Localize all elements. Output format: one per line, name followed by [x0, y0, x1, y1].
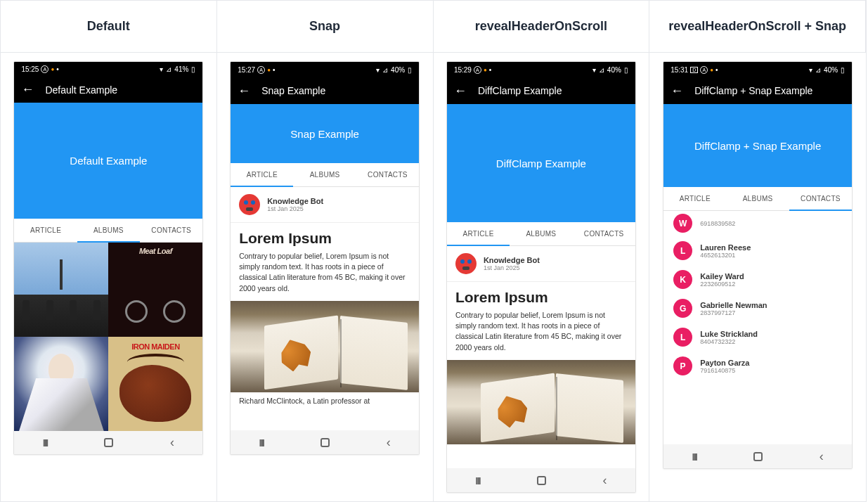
- column-title: Default: [87, 18, 130, 34]
- author-row: Knowledge Bot 1st Jan 2025: [447, 246, 635, 282]
- status-bar: 15:31 D A ● • ▾ ⊿ 40% ▯: [663, 62, 852, 77]
- contact-row[interactable]: W6918839582: [663, 214, 852, 236]
- status-pill-icon: A: [474, 66, 481, 74]
- article-title: Lorem Ipsum: [447, 282, 635, 310]
- status-dot-icon: ●: [267, 67, 271, 73]
- nav-back-icon[interactable]: ‹: [387, 435, 391, 450]
- clock: 15:25: [21, 65, 39, 73]
- tab-article[interactable]: ARTICLE: [663, 187, 726, 210]
- tab-contacts[interactable]: CONTACTS: [356, 163, 419, 186]
- status-more-icon: •: [273, 66, 276, 74]
- status-right: ▾ ⊿ 40% ▯: [592, 66, 628, 74]
- contact-row[interactable]: LLauren Reese4652613201: [663, 236, 852, 265]
- album-title: IRON MAIDEN: [108, 342, 202, 351]
- nav-back-icon[interactable]: ‹: [820, 449, 824, 464]
- nav-back-icon[interactable]: ‹: [170, 435, 174, 450]
- phone-frame: 15:29 A ● • ▾ ⊿ 40% ▯ ← DiffClamp Exampl…: [446, 61, 636, 493]
- contact-info: Lauren Reese4652613201: [700, 243, 751, 259]
- article-image: [231, 301, 419, 392]
- back-arrow-icon[interactable]: ←: [671, 84, 683, 98]
- album-abbey-road[interactable]: [14, 243, 108, 337]
- battery-text: 40%: [824, 66, 838, 74]
- phone-frame: 15:31 D A ● • ▾ ⊿ 40% ▯ ← DiffClamp + Sn…: [663, 61, 853, 469]
- signal-icon: ⊿: [166, 65, 171, 73]
- hero-banner: Default Example: [14, 103, 202, 219]
- contact-name: Luke Strickland: [700, 330, 758, 338]
- app-bar: ← DiffClamp Example: [447, 77, 635, 104]
- bot-avatar-icon: [239, 194, 260, 215]
- album-meat-loaf[interactable]: Meat Loaf: [108, 243, 202, 337]
- battery-text: 40%: [607, 66, 621, 74]
- tab-article[interactable]: ARTICLE: [14, 219, 77, 242]
- back-arrow-icon[interactable]: ←: [21, 82, 34, 97]
- contact-number: 2837997127: [700, 309, 767, 316]
- tab-article[interactable]: ARTICLE: [231, 163, 293, 186]
- contact-avatar: W: [673, 214, 692, 233]
- nav-home-icon[interactable]: [753, 452, 763, 461]
- column-header: revealHeaderOnScroll + Snap: [649, 1, 866, 53]
- contact-info: Kailey Ward2232609512: [700, 272, 744, 288]
- nav-recents-icon[interactable]: III: [43, 437, 48, 449]
- album-homogenic[interactable]: [14, 337, 108, 431]
- article-continuation: Richard McClintock, a Latin professor at: [231, 392, 419, 405]
- nav-bar: III ‹: [231, 430, 419, 454]
- nav-home-icon[interactable]: [537, 476, 546, 485]
- battery-icon: ▯: [191, 65, 195, 73]
- back-arrow-icon[interactable]: ←: [454, 84, 467, 98]
- tab-albums[interactable]: ALBUMS: [726, 187, 789, 210]
- contact-row[interactable]: KKailey Ward2232609512: [663, 265, 852, 294]
- hero-text: Default Example: [70, 155, 147, 167]
- nav-bar: III ‹: [14, 431, 202, 454]
- contact-row[interactable]: LLuke Strickland8404732322: [663, 323, 852, 352]
- author-info: Knowledge Bot 1st Jan 2025: [484, 256, 540, 271]
- contact-avatar: P: [673, 356, 692, 375]
- status-left: 15:27 A ● •: [238, 66, 275, 74]
- status-more-icon: •: [715, 66, 718, 74]
- contact-row[interactable]: PPayton Garza7916140875: [663, 352, 852, 380]
- signal-icon: ⊿: [815, 66, 821, 74]
- nav-bar: III ‹: [663, 444, 852, 468]
- status-pill-icon: A: [257, 66, 265, 74]
- battery-text: 40%: [391, 66, 405, 74]
- column-header: Snap: [217, 1, 434, 53]
- app-bar: ← Default Example: [14, 77, 202, 103]
- author-date: 1st Jan 2025: [484, 264, 540, 271]
- status-more-icon: •: [489, 66, 492, 74]
- contact-name: Lauren Reese: [700, 243, 751, 252]
- status-right: ▾ ⊿ 40% ▯: [809, 66, 845, 74]
- nav-recents-icon[interactable]: III: [475, 475, 480, 487]
- tab-contacts[interactable]: CONTACTS: [140, 219, 202, 242]
- author-row: Knowledge Bot 1st Jan 2025: [231, 187, 419, 223]
- nav-recents-icon[interactable]: III: [692, 451, 697, 463]
- back-arrow-icon[interactable]: ←: [238, 84, 250, 98]
- tab-contacts[interactable]: CONTACTS: [789, 187, 852, 210]
- contact-avatar: L: [673, 241, 692, 260]
- hero-text: DiffClamp + Snap Example: [694, 140, 821, 152]
- hero-banner: DiffClamp Example: [447, 104, 635, 222]
- album-grid[interactable]: Meat Loaf IRON MAIDEN: [14, 243, 202, 431]
- tab-albums[interactable]: ALBUMS: [510, 222, 572, 245]
- tab-contacts[interactable]: CONTACTS: [573, 222, 635, 245]
- cell-default: 15:25 A ● • ▾ ⊿ 41% ▯ ← Default Example …: [1, 53, 217, 501]
- signal-icon: ⊿: [382, 66, 388, 74]
- status-dot-icon: ●: [51, 66, 54, 72]
- tab-bar: ARTICLE ALBUMS CONTACTS: [231, 163, 419, 187]
- nav-recents-icon[interactable]: III: [259, 437, 264, 449]
- nav-home-icon[interactable]: [104, 438, 113, 447]
- app-title: Default Example: [45, 84, 117, 96]
- contact-row[interactable]: GGabrielle Newman2837997127: [663, 294, 852, 323]
- album-iron-maiden[interactable]: IRON MAIDEN: [108, 337, 202, 431]
- contact-info: 6918839582: [700, 220, 735, 227]
- phone-frame: 15:25 A ● • ▾ ⊿ 41% ▯ ← Default Example …: [13, 61, 203, 455]
- contact-number: 7916140875: [700, 367, 749, 374]
- nav-home-icon[interactable]: [320, 438, 330, 447]
- author-name: Knowledge Bot: [267, 197, 323, 205]
- status-left: 15:25 A ● •: [21, 65, 58, 73]
- tab-albums[interactable]: ALBUMS: [293, 163, 356, 186]
- contact-list[interactable]: W6918839582LLauren Reese4652613201KKaile…: [663, 211, 852, 380]
- tab-albums[interactable]: ALBUMS: [77, 219, 140, 242]
- nav-back-icon[interactable]: ‹: [602, 473, 607, 488]
- hero-banner: DiffClamp + Snap Example: [663, 104, 852, 187]
- status-bar: 15:29 A ● • ▾ ⊿ 40% ▯: [447, 62, 635, 77]
- tab-article[interactable]: ARTICLE: [447, 222, 510, 245]
